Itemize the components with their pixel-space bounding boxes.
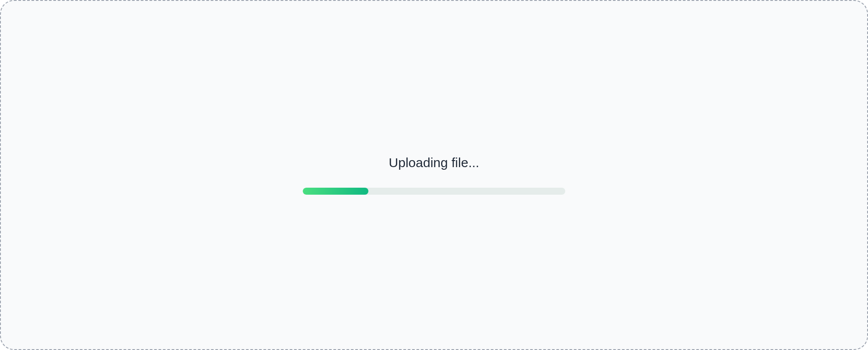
upload-status-title: Uploading file... <box>389 155 480 170</box>
progress-bar-track <box>303 188 565 195</box>
upload-dropzone[interactable]: Uploading file... <box>0 0 868 350</box>
progress-bar-fill <box>303 188 368 195</box>
